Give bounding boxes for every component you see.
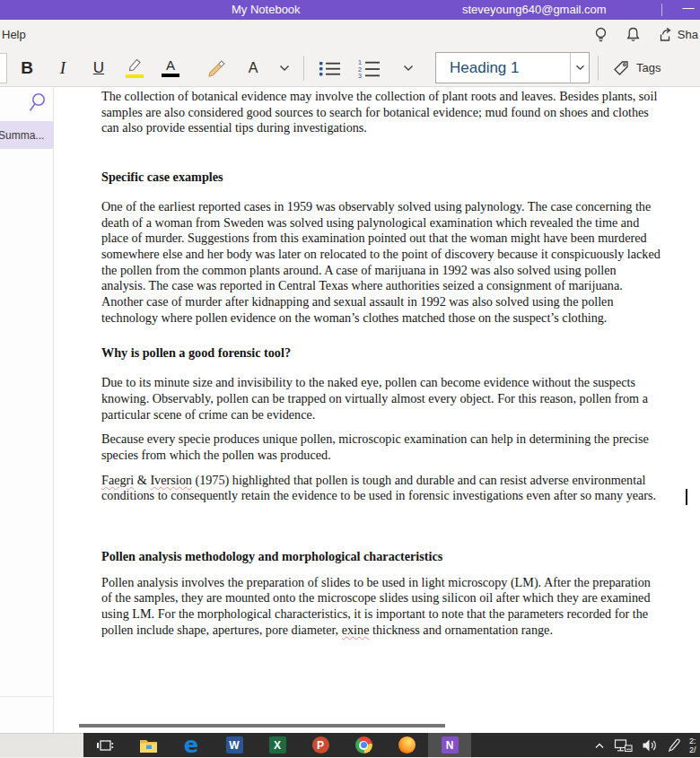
search-button[interactable]: [27, 91, 48, 113]
paragraph[interactable]: The collection of botanical evidence may…: [101, 89, 662, 136]
onenote-window: My Notebook steveyoung640@gmail.com — He…: [0, 0, 700, 758]
pen-button[interactable]: [666, 737, 681, 753]
highlighter-icon: [124, 57, 145, 73]
file-explorer-icon: [139, 737, 158, 754]
network-icon: [614, 738, 633, 753]
file-explorer-button[interactable]: [127, 733, 170, 757]
minimize-button[interactable]: —: [678, 1, 698, 14]
more-formatting-chevron[interactable]: [271, 53, 298, 83]
toolbar-divider: [303, 56, 304, 81]
volume-icon: [641, 738, 658, 753]
format-toolbar: B I U A A 123: [0, 49, 700, 87]
menu-bar: Help Sha: [0, 20, 700, 49]
format-painter-icon: [206, 57, 228, 79]
paragraph[interactable]: Faegri & Iversion (1975) highlighted tha…: [101, 473, 662, 504]
font-color-swatch: [162, 74, 179, 77]
share-icon: [657, 26, 674, 43]
pen-icon: [666, 737, 681, 753]
word-button[interactable]: W: [213, 733, 256, 757]
paragraph[interactable]: One of the earliest reported cases in 19…: [101, 199, 662, 327]
network-button[interactable]: [614, 738, 633, 753]
sidebar-item-summary[interactable]: Summa...: [0, 121, 54, 149]
title-bar: My Notebook steveyoung640@gmail.com —: [0, 0, 700, 20]
tags-button[interactable]: Tags: [612, 59, 661, 77]
clock-date: 2/: [689, 745, 700, 754]
clock[interactable]: 2: 2/: [689, 736, 700, 754]
edge-button[interactable]: e: [170, 733, 213, 757]
share-button[interactable]: Sha: [657, 26, 698, 43]
taskbar-apps: e W X P N: [83, 733, 700, 757]
svg-text:1: 1: [358, 59, 362, 65]
chevron-down-icon: [403, 65, 414, 72]
font-color-button[interactable]: A: [153, 53, 188, 83]
taskbar-left-area: [0, 733, 83, 757]
titlebar-divider: [661, 4, 662, 16]
tags-label: Tags: [636, 61, 661, 74]
bullet-list-button[interactable]: [310, 53, 349, 83]
clock-time: 2:: [689, 736, 700, 745]
help-menu[interactable]: Help: [2, 28, 26, 41]
section-heading[interactable]: Pollen analysis methodology and morpholo…: [101, 549, 662, 565]
chrome-icon: [355, 736, 372, 754]
powerpoint-button[interactable]: P: [299, 733, 342, 757]
firefox-button[interactable]: [385, 733, 428, 757]
bell-icon[interactable]: [625, 26, 642, 43]
sidebar-divider: [0, 696, 53, 697]
list-options-chevron[interactable]: [389, 53, 428, 83]
powerpoint-icon: P: [312, 736, 329, 754]
dropdown-chevron[interactable]: [570, 53, 589, 83]
styles-icon: A: [249, 60, 258, 76]
note-editor[interactable]: The collection of botanical evidence may…: [54, 87, 700, 733]
onenote-icon: N: [442, 736, 459, 754]
styles-button[interactable]: A: [235, 53, 271, 83]
account-email[interactable]: steveyoung640@gmail.com: [462, 3, 607, 16]
clipped-toolbar-button[interactable]: [0, 53, 7, 83]
page-list-sidebar: Summa...: [0, 87, 54, 733]
text-caret: [686, 489, 687, 505]
windows-taskbar: e W X P N: [0, 733, 700, 757]
misspelled-word: exine: [342, 623, 370, 637]
paragraph[interactable]: Pollen analysis involves the preparation…: [101, 575, 662, 639]
font-color-icon: A: [166, 59, 175, 72]
chevron-up-icon: [593, 740, 606, 751]
search-icon: [27, 91, 48, 115]
edge-icon: e: [183, 736, 200, 754]
underline-button[interactable]: U: [81, 53, 117, 83]
misspelled-word: Iversion: [150, 473, 192, 487]
lightbulb-icon[interactable]: [592, 26, 609, 43]
misspelled-word: Faegri: [101, 473, 134, 487]
volume-button[interactable]: [641, 738, 658, 753]
section-heading[interactable]: Specific case examples: [101, 170, 662, 186]
horizontal-scrollbar[interactable]: [79, 724, 445, 728]
chrome-button[interactable]: [342, 733, 385, 757]
bullet-list-icon: [318, 59, 341, 77]
paragraph[interactable]: Because every specie produces unique pol…: [101, 431, 662, 463]
toolbar-divider: [598, 56, 599, 81]
format-painter-button[interactable]: [199, 53, 235, 83]
paragraph[interactable]: Due to its minute size and invisibility …: [101, 375, 662, 423]
task-view-icon: [96, 737, 114, 754]
svg-text:2: 2: [358, 65, 362, 72]
numbered-list-button[interactable]: 123: [349, 53, 389, 83]
numbered-list-icon: 123: [357, 58, 381, 78]
heading-style-value: Heading 1: [436, 59, 570, 77]
highlight-button[interactable]: [117, 53, 153, 83]
notebook-title[interactable]: My Notebook: [232, 3, 301, 16]
tray-expand-button[interactable]: [593, 740, 606, 751]
bold-button[interactable]: B: [9, 53, 45, 83]
section-heading[interactable]: Why is pollen a good forensic tool?: [101, 345, 662, 362]
text-run: &: [134, 473, 150, 487]
svg-text:3: 3: [358, 73, 362, 78]
italic-button[interactable]: I: [45, 53, 81, 83]
share-label: Sha: [678, 28, 698, 41]
tag-icon: [612, 59, 630, 77]
onenote-button[interactable]: N: [428, 733, 471, 757]
excel-icon: X: [269, 736, 286, 754]
task-view-button[interactable]: [83, 733, 127, 757]
excel-button[interactable]: X: [256, 733, 299, 757]
system-tray: 2: 2/: [593, 736, 700, 754]
heading-style-dropdown[interactable]: Heading 1: [435, 52, 590, 83]
sidebar-item-label: Summa...: [0, 129, 44, 142]
chevron-down-icon: [575, 65, 585, 71]
word-icon: W: [226, 736, 243, 754]
